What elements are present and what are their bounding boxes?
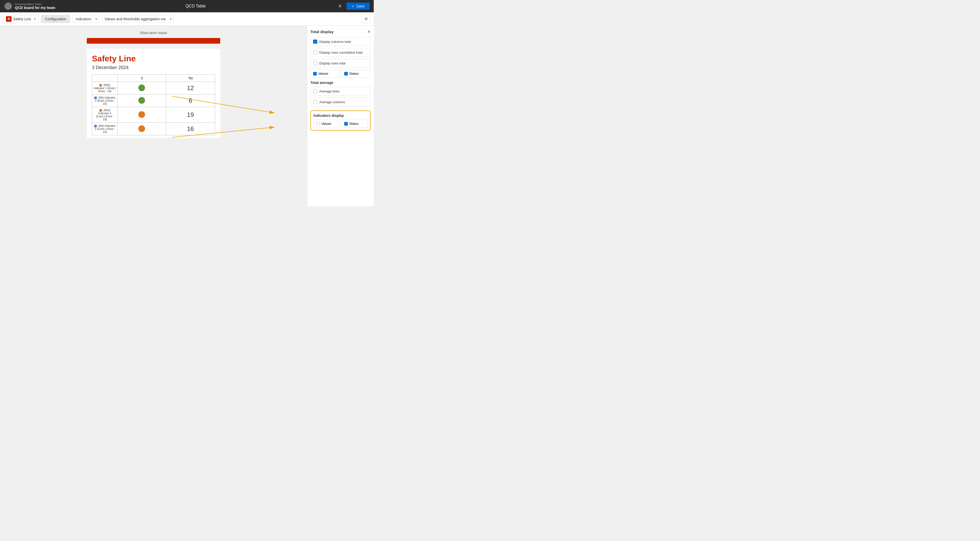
ind-values-checkbox [316, 122, 320, 126]
safety-line-arrow-icon: ▾ [34, 17, 36, 21]
panel-close-button[interactable]: ✕ [367, 29, 371, 34]
save-button[interactable]: ✓ Save [347, 3, 370, 10]
row-dot-1 [118, 82, 166, 94]
panel-header: Total display ✕ [310, 29, 371, 34]
totals-values-status-row: ✓ Values ✓ Status [310, 70, 371, 78]
right-panel: Total display ✕ ✓ Display columns total … [307, 25, 374, 206]
ind-status-button[interactable]: ✓ Status [341, 120, 368, 127]
center-panel: Short-term vision Safety Line 3 December… [0, 25, 307, 206]
row-dot-2 [118, 94, 166, 107]
indicators-display-title: Indicators display [313, 113, 368, 118]
green-dot-2 [138, 97, 145, 104]
header-titles: Documentation Team QCD board for my team [15, 3, 55, 10]
average-lines-label: Average lines [319, 89, 340, 93]
indicators-display-box: Indicators display Values ✓ Status [310, 110, 371, 131]
red-bar [87, 38, 220, 44]
display-rows-total-label: Display rows total [319, 61, 345, 65]
app-logo [4, 2, 12, 10]
settings-button[interactable]: ⚙ [361, 14, 371, 23]
ind-status-label: Status [349, 122, 359, 126]
table-row: (IND) Indicator 1 (Exte.) (Free : 19) 12 [92, 82, 215, 94]
header-right: ✕ ✓ Save [336, 2, 370, 10]
display-columns-total-row[interactable]: ✓ Display columns total [310, 37, 371, 46]
display-columns-total-label: Display columns total [319, 40, 351, 44]
data-table: 3 Tot (IND) Indicator 1 (Exte.) (Free : … [92, 75, 215, 135]
org-label: Documentation Team [15, 3, 55, 6]
col-header-tot: Tot [166, 75, 215, 82]
total-average-title: Total average [310, 81, 371, 85]
totals-status-button[interactable]: ✓ Status [341, 70, 371, 78]
totals-values-label: Values [318, 72, 328, 75]
orange-dot-3 [138, 111, 145, 118]
row-icon-1 [99, 84, 102, 86]
safety-line-icon: S [6, 16, 11, 22]
indicators-select[interactable]: Indicators [73, 15, 99, 23]
totals-values-checkbox: ✓ [313, 72, 317, 75]
row-label-2: (INI) Indicator 2 (Exte.) (Free : 10) [92, 94, 118, 107]
average-lines-checkbox[interactable] [313, 89, 317, 93]
aggregation-select[interactable]: Values and thresholds aggregation method [102, 15, 173, 23]
ind-values-button[interactable]: Values [313, 120, 340, 127]
display-rows-cumulative-checkbox[interactable] [313, 50, 317, 54]
toolbar: S Safety Line ▾ Configuration Indicators… [0, 12, 374, 25]
row-icon-4 [94, 125, 97, 127]
main-content: Short-term vision Safety Line 3 December… [0, 25, 374, 206]
row-value-2: 6 [166, 94, 215, 107]
config-button[interactable]: Configuration [41, 15, 70, 23]
orange-dot-4 [138, 125, 145, 132]
table-row: (INI) Indicator 2 (Cent.) (Free : 10) 16 [92, 123, 215, 135]
aggregation-select-wrapper: Values and thresholds aggregation method… [102, 15, 173, 23]
display-columns-total-checkbox[interactable]: ✓ [313, 40, 317, 44]
save-label: Save [356, 4, 364, 8]
row-dot-4 [118, 123, 166, 135]
indicators-select-wrapper: Indicators ▾ [73, 15, 99, 23]
totals-values-button[interactable]: ✓ Values [310, 70, 340, 78]
row-value-3: 19 [166, 107, 215, 123]
indicators-values-status-row: Values ✓ Status [313, 120, 368, 127]
card-date: 3 December 2024 [92, 65, 215, 70]
row-icon-3 [99, 109, 102, 112]
totals-status-label: Status [349, 72, 359, 75]
window-title: QCD Table [186, 4, 205, 8]
totals-status-checkbox: ✓ [344, 72, 348, 75]
row-label-1: (IND) Indicator 1 (Exte.) (Free : 19) [92, 82, 118, 94]
display-rows-total-checkbox[interactable] [313, 61, 317, 65]
safety-line-dropdown[interactable]: S Safety Line ▾ [3, 15, 38, 23]
average-columns-checkbox[interactable] [313, 100, 317, 104]
card-title: Safety Line [92, 54, 215, 64]
row-value-4: 16 [166, 123, 215, 135]
close-button[interactable]: ✕ [336, 2, 344, 10]
average-columns-row[interactable]: Average columns [310, 97, 371, 106]
row-dot-3 [118, 107, 166, 123]
safety-line-label: Safety Line [13, 17, 31, 21]
panel-title: Total display [310, 30, 334, 34]
save-check-icon: ✓ [352, 4, 355, 8]
row-label-3: (IND) Indicator 1 (Cent.) (Free : 19) [92, 107, 118, 123]
app-name: QCD board for my team [15, 6, 55, 10]
app-header: Documentation Team QCD board for my team… [0, 0, 374, 12]
ind-values-label: Values [321, 122, 331, 126]
table-row: (INI) Indicator 2 (Exte.) (Free : 10) 6 [92, 94, 215, 107]
row-icon-2 [94, 97, 97, 99]
row-value-1: 12 [166, 82, 215, 94]
green-dot-1 [138, 84, 145, 91]
short-term-label: Short-term vision [5, 31, 302, 35]
display-rows-cumulative-label: Display rows cumulative total [319, 51, 363, 54]
row-label-4: (INI) Indicator 2 (Cent.) (Free : 10) [92, 123, 118, 135]
average-lines-row[interactable]: Average lines [310, 87, 371, 95]
content-card: Safety Line 3 December 2024 3 Tot (IN [87, 49, 220, 138]
col-header-empty [92, 75, 118, 82]
average-columns-label: Average columns [319, 100, 345, 104]
display-rows-cumulative-row[interactable]: Display rows cumulative total [310, 48, 371, 57]
ind-status-checkbox: ✓ [344, 122, 348, 126]
display-rows-total-row[interactable]: Display rows total [310, 59, 371, 67]
header-left: Documentation Team QCD board for my team [4, 2, 55, 10]
col-header-3: 3 [118, 75, 166, 82]
table-row: (IND) Indicator 1 (Cent.) (Free : 19) 19 [92, 107, 215, 123]
